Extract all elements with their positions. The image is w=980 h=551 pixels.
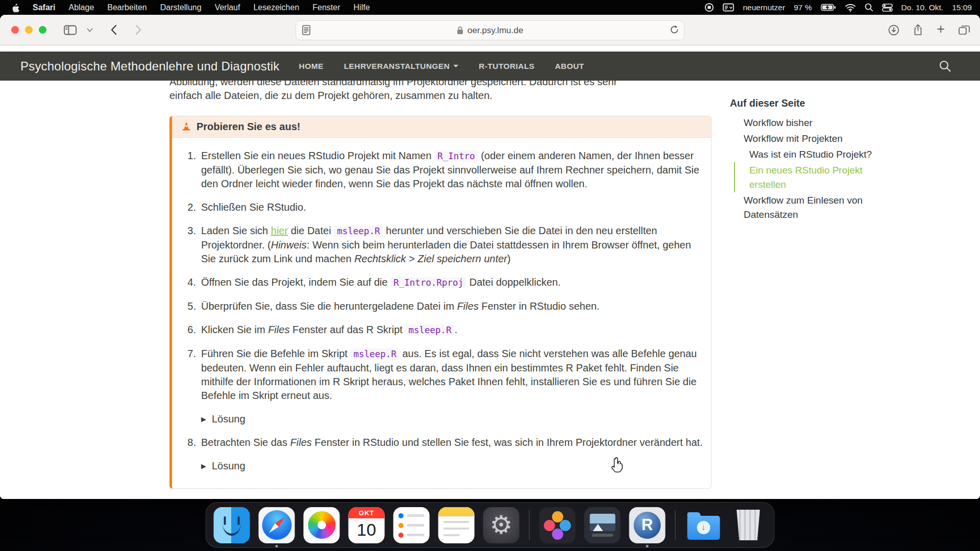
finder-smile bbox=[223, 522, 241, 536]
menu-ablage[interactable]: Ablage bbox=[68, 3, 94, 12]
pointer-hand-cursor bbox=[610, 457, 624, 473]
solution-label: Lösung bbox=[212, 459, 246, 473]
minimize-window-button[interactable] bbox=[25, 26, 33, 34]
emphasis-text: Files bbox=[290, 437, 312, 448]
media-thumbnail bbox=[590, 514, 615, 531]
downloads-icon[interactable] bbox=[888, 24, 899, 36]
toc-title: Auf dieser Seite bbox=[730, 97, 882, 109]
battery-charging-icon[interactable] bbox=[821, 4, 836, 11]
toc-item[interactable]: Workflow bisher bbox=[734, 115, 882, 131]
menu-darstellung[interactable]: Darstellung bbox=[160, 3, 202, 12]
dock-finder-icon[interactable] bbox=[214, 507, 250, 543]
dock-photos-icon[interactable] bbox=[304, 507, 340, 543]
site-brand[interactable]: Psychologische Methodenlehre und Diagnos… bbox=[20, 59, 280, 73]
site-search-icon[interactable] bbox=[939, 60, 951, 72]
menu-fenster[interactable]: Fenster bbox=[312, 3, 340, 12]
solution-toggle[interactable]: ▶Lösung bbox=[201, 412, 704, 426]
inline-code: R_Intro.Rproj bbox=[390, 277, 467, 288]
menu-time[interactable]: 15:09 bbox=[952, 3, 972, 12]
menu-bearbeiten[interactable]: Bearbeiten bbox=[107, 3, 146, 12]
calendar-day: 10 bbox=[349, 520, 385, 540]
address-bar[interactable]: oer.psy.lmu.de bbox=[296, 20, 684, 40]
menu-username[interactable]: neuernutzer bbox=[743, 3, 785, 12]
share-icon[interactable] bbox=[913, 24, 923, 36]
toc-item[interactable]: Workflow zum Einlesen von Datensätzen bbox=[734, 192, 882, 222]
solution-label: Lösung bbox=[212, 412, 246, 426]
inline-code: msleep.R bbox=[334, 226, 383, 237]
dock-reminders-icon[interactable] bbox=[394, 507, 430, 543]
wifi-icon[interactable] bbox=[845, 3, 856, 12]
emphasis-text: Hinweis bbox=[271, 239, 307, 251]
inline-code: msleep.R bbox=[405, 324, 454, 336]
inline-code: msleep.R bbox=[350, 348, 399, 360]
calendar-month: OKT bbox=[349, 507, 385, 518]
toc-item[interactable]: Was ist ein RStudio Projekt? bbox=[734, 146, 882, 162]
menu-bar: Safari Ablage Bearbeiten Darstellung Ver… bbox=[0, 0, 980, 15]
screen-recording-indicator-icon[interactable] bbox=[704, 3, 714, 12]
control-center-icon[interactable] bbox=[882, 4, 893, 12]
toc-item[interactable]: Ein neues RStudio Projekt erstellen bbox=[734, 162, 882, 192]
reader-view-icon[interactable] bbox=[302, 25, 310, 35]
callout-list-item: Laden Sie sich hier die Datei msleep.R h… bbox=[201, 224, 704, 266]
solution-toggle[interactable]: ▶Lösung bbox=[201, 459, 704, 473]
dock-safari-icon[interactable] bbox=[259, 507, 295, 543]
sidebar-chevron-down-icon[interactable] bbox=[87, 28, 93, 32]
dock-rstudio-icon[interactable]: R bbox=[629, 507, 666, 543]
apple-menu-icon[interactable] bbox=[11, 3, 19, 12]
callout-list-item: Betrachten Sie das Files Fenster in RStu… bbox=[201, 436, 704, 473]
emphasis-text: Files bbox=[457, 300, 478, 312]
download-link[interactable]: hier bbox=[271, 225, 288, 236]
toc-item[interactable]: Workflow mit Projekten bbox=[734, 131, 882, 146]
browser-toolbar: oer.psy.lmu.de + bbox=[0, 15, 980, 45]
menu-verlauf[interactable]: Verlauf bbox=[215, 3, 240, 12]
reload-icon[interactable] bbox=[670, 24, 679, 34]
callout-list-item: Überprüfen Sie, dass Sie die heruntergel… bbox=[201, 299, 704, 313]
traffic-cone-icon bbox=[181, 121, 191, 132]
menu-app-name[interactable]: Safari bbox=[33, 3, 55, 12]
dock-notes-icon[interactable] bbox=[438, 507, 475, 543]
lock-icon bbox=[457, 26, 463, 35]
media-bar bbox=[592, 534, 613, 537]
trash-bin bbox=[735, 510, 762, 540]
dock-system-settings-icon[interactable]: ⚙ bbox=[483, 507, 520, 543]
dock-trash-icon[interactable] bbox=[730, 507, 767, 543]
nav-r-tutorials[interactable]: R-TUTORIALS bbox=[479, 62, 534, 71]
sidebar-toggle-icon[interactable] bbox=[64, 25, 77, 35]
dock: OKT 10 ⚙ R ↓ bbox=[206, 502, 775, 548]
spotlight-search-icon[interactable] bbox=[865, 3, 873, 12]
emphasis-text: Rechtsklick > Ziel speichern unter bbox=[354, 253, 507, 264]
callout-list-item: Erstellen Sie ein neues RStudio Projekt … bbox=[201, 149, 704, 191]
new-tab-icon[interactable]: + bbox=[937, 22, 945, 36]
forward-button[interactable] bbox=[135, 24, 142, 35]
dropdown-caret-icon bbox=[453, 65, 458, 67]
callout-list-item: Öffnen Sie das Projekt, indem Sie auf di… bbox=[201, 276, 704, 290]
menu-lesezeichen[interactable]: Lesezeichen bbox=[253, 3, 299, 12]
site-navbar: Psychologische Methodenlehre und Diagnos… bbox=[0, 52, 980, 81]
nav-lehrveranstaltungen[interactable]: LEHRVERANSTALTUNGEN bbox=[344, 62, 458, 71]
emphasis-text: Files bbox=[268, 324, 289, 335]
rstudio-ball: R bbox=[634, 512, 661, 539]
dock-downloads-folder-icon[interactable]: ↓ bbox=[685, 507, 722, 543]
dock-separator bbox=[675, 510, 676, 540]
callout-list-item: Klicken Sie im Files Fenster auf das R S… bbox=[201, 323, 704, 337]
nav-home[interactable]: HOME bbox=[299, 62, 324, 71]
toc-list: Workflow bisherWorkflow mit ProjektenWas… bbox=[733, 115, 882, 222]
input-source-icon[interactable] bbox=[723, 3, 734, 12]
tab-overview-icon[interactable] bbox=[959, 25, 970, 35]
zoom-window-button[interactable] bbox=[39, 26, 46, 34]
back-button[interactable] bbox=[110, 24, 117, 35]
photos-pinwheel bbox=[308, 511, 335, 539]
close-window-button[interactable] bbox=[11, 26, 19, 34]
menu-hilfe[interactable]: Hilfe bbox=[354, 3, 370, 12]
battery-percent: 97 % bbox=[794, 3, 812, 12]
callout-list: Erstellen Sie ein neues RStudio Projekt … bbox=[172, 138, 711, 488]
dock-media-app-icon[interactable] bbox=[584, 507, 621, 543]
safari-window: oer.psy.lmu.de + bbox=[0, 15, 980, 499]
nav-about[interactable]: ABOUT bbox=[555, 62, 584, 71]
safari-compass bbox=[262, 510, 291, 540]
desktop: Safari Ablage Bearbeiten Darstellung Ver… bbox=[0, 0, 980, 551]
dock-separator bbox=[529, 510, 530, 540]
dock-davinci-resolve-icon[interactable] bbox=[540, 507, 576, 543]
dock-calendar-icon[interactable]: OKT 10 bbox=[349, 507, 385, 543]
menu-date[interactable]: Do. 10. Okt. bbox=[901, 3, 944, 12]
